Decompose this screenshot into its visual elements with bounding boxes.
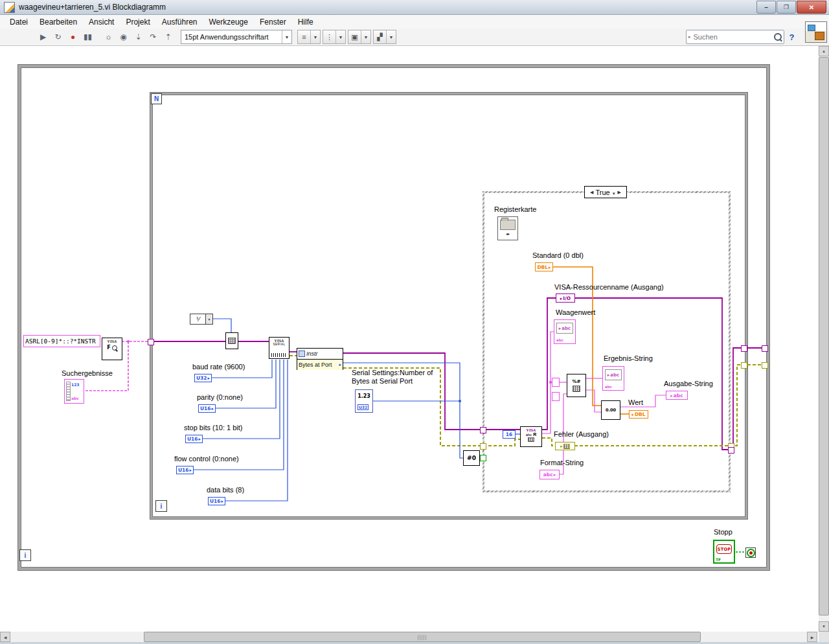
visa-configure-serial-node[interactable]: VISA SERIAL (269, 337, 290, 359)
menu-projekt[interactable]: Projekt (120, 16, 155, 28)
menubar: Datei Bearbeiten Ansicht Projekt Ausführ… (0, 15, 829, 29)
waagenwert-indicator[interactable]: abc abc (554, 319, 576, 344)
menu-ansicht[interactable]: Ansicht (83, 16, 120, 28)
tunnel-while-error-out[interactable] (762, 362, 768, 369)
search-icon[interactable] (774, 33, 782, 41)
retain-wire-values-button[interactable]: ◉ (116, 30, 131, 44)
empty-string-constant[interactable] (552, 392, 560, 401)
tunnel-while-visa-out[interactable] (762, 345, 768, 352)
suchergebnisse-indicator[interactable]: 123 abc (64, 379, 84, 404)
byte-count-constant[interactable]: 16 (503, 430, 516, 439)
maximize-button[interactable] (777, 1, 796, 14)
tunnel-case-error-in[interactable] (480, 443, 486, 450)
window-title: waagevineu+tarrieren_5.vi Blockdiagramm (19, 3, 166, 12)
vi-icon[interactable] (805, 21, 827, 43)
tab-control-terminal[interactable] (497, 216, 518, 240)
not-equal-zero-node[interactable]: #0 (463, 450, 480, 466)
ausgabe-string-terminal[interactable]: abc (666, 391, 688, 400)
run-continuous-button[interactable]: ↻ (51, 30, 65, 44)
scroll-left-arrow[interactable]: ◀ (0, 632, 10, 642)
search-scope-icon[interactable] (688, 34, 691, 40)
wert-terminal[interactable]: DBL (629, 410, 648, 419)
empty-string-constant[interactable] (552, 378, 560, 387)
property-row-bytes-at-port[interactable]: Bytes at Port (297, 360, 343, 370)
output-arrow-icon (553, 472, 556, 477)
standard-dbl-constant[interactable]: DBL (535, 262, 553, 271)
step-out-button[interactable]: ⇡ (161, 30, 176, 44)
vertical-scroll-thumb[interactable] (819, 57, 829, 615)
search-input[interactable] (692, 32, 772, 41)
scan-from-string-node[interactable]: %# (567, 374, 586, 397)
menu-hilfe[interactable]: Hilfe (292, 16, 319, 28)
visa-ressourcenname-label: VISA-Ressourcenname (Ausgang) (554, 283, 664, 292)
index-array-node[interactable] (225, 332, 238, 349)
step-over-button[interactable]: ↷ (146, 30, 161, 44)
resize-objects-dropdown[interactable]: ▣ (348, 30, 371, 44)
next-case-icon[interactable] (616, 190, 623, 195)
scroll-right-arrow[interactable]: ▶ (807, 632, 817, 642)
minimize-button[interactable] (756, 1, 776, 14)
case-dropdown-icon[interactable] (610, 189, 616, 196)
bytes-at-port-indicator[interactable]: 1.23 U32 (355, 389, 373, 413)
data-bits-terminal[interactable]: U16 (208, 497, 225, 505)
reorder-objects-dropdown[interactable]: ▞ (373, 30, 396, 44)
tunnel-case-visa-in[interactable] (480, 427, 486, 433)
highlight-execution-button[interactable]: ☼ (101, 30, 116, 44)
fehler-terminal[interactable] (555, 442, 575, 450)
parity-terminal[interactable]: U16 (198, 404, 216, 413)
serial-settings-label: Serial Settings:Number of Bytes at Seria… (352, 369, 442, 385)
for-loop-count-terminal[interactable]: N (151, 93, 162, 104)
stopp-label: Stopp (714, 528, 732, 536)
case-selector-terminal[interactable] (480, 455, 486, 461)
horizontal-scrollbar[interactable]: ◀ ▶ (0, 632, 817, 642)
scroll-down-arrow[interactable]: ▼ (819, 621, 829, 632)
visa-read-node[interactable]: VISA abc R (520, 426, 542, 447)
flow-control-terminal[interactable]: U16 (176, 466, 194, 474)
vertical-scrollbar[interactable]: ▲ ▼ (819, 46, 829, 632)
visa-ressourcenname-terminal[interactable]: I/O (556, 293, 575, 303)
horizontal-scroll-thumb[interactable] (144, 632, 701, 642)
menu-datei[interactable]: Datei (4, 16, 34, 28)
step-into-button[interactable]: ⇣ (131, 30, 146, 44)
visa-find-resource-node[interactable]: VISA F (102, 338, 122, 360)
case-structure[interactable] (483, 191, 731, 492)
menu-fenster[interactable]: Fenster (254, 16, 292, 28)
titlebar[interactable]: waagevineu+tarrieren_5.vi Blockdiagramm (0, 0, 829, 15)
tunnel-for-visa-out[interactable] (741, 345, 747, 352)
scroll-up-arrow[interactable]: ▲ (819, 46, 829, 56)
abort-button[interactable]: ● (65, 30, 80, 44)
ergebnis-string-indicator[interactable]: abc abc (602, 366, 624, 391)
menu-ausfuehren[interactable]: Ausführen (156, 16, 203, 28)
distribute-objects-dropdown[interactable]: ⋮ (323, 30, 346, 44)
pause-button[interactable]: ▮▮ (80, 30, 95, 44)
tunnel-autoindex[interactable] (148, 339, 154, 345)
while-loop-iteration-terminal[interactable]: i (19, 549, 31, 561)
tunnel-for-error-out[interactable] (741, 362, 747, 369)
stop-bits-terminal[interactable]: U16 (185, 435, 203, 443)
run-button[interactable]: ▶ (36, 30, 51, 44)
for-loop-iteration-terminal[interactable]: i (155, 500, 167, 512)
output-arrow-icon (207, 375, 210, 381)
format-number-node[interactable]: 0.00 (601, 400, 620, 420)
tunnel-case-visa-out[interactable] (728, 447, 734, 454)
close-button[interactable] (797, 1, 826, 14)
font-ring[interactable]: 15pt Anwendungsschriftart (181, 30, 292, 44)
ring-constant[interactable]: ⅟ (190, 314, 213, 325)
format-string-label: Format-String (540, 459, 584, 467)
previous-case-icon[interactable] (588, 190, 595, 195)
stop-boolean-terminal[interactable]: STOP TF (713, 540, 735, 564)
array-index-icon (66, 382, 71, 401)
property-node[interactable]: Instr Bytes at Port (297, 348, 343, 370)
ring-dropdown-icon[interactable] (205, 314, 212, 324)
context-help-button[interactable]: ? (784, 30, 799, 44)
align-objects-icon: ≡ (298, 33, 310, 41)
format-string-constant[interactable]: abc (539, 470, 560, 479)
menu-bearbeiten[interactable]: Bearbeiten (34, 16, 83, 28)
baud-rate-terminal[interactable]: U32 (194, 374, 212, 382)
visa-resource-pattern-constant[interactable]: ASRL[0-9]*::?*INSTR (23, 335, 100, 347)
align-objects-dropdown[interactable]: ≡ (297, 30, 321, 44)
case-selector[interactable]: True (584, 186, 627, 198)
menu-werkzeuge[interactable]: Werkzeuge (203, 16, 253, 28)
loop-condition-terminal[interactable] (745, 547, 756, 558)
parity-label: parity (0:none) (197, 393, 243, 402)
